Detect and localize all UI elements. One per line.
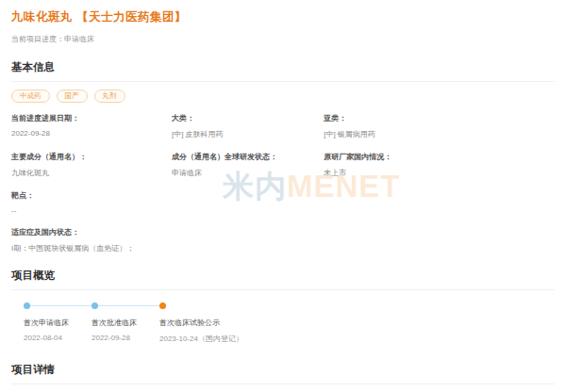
tag-dosage-form: 丸剂 <box>94 90 125 103</box>
tab-market-application[interactable]: 申请上市 <box>125 387 160 392</box>
field-value: 未上市 <box>324 168 555 178</box>
field-label: 原研厂家国内情况： <box>324 152 555 162</box>
field-label: 大类： <box>172 113 324 123</box>
timeline-dot-icon <box>159 302 166 309</box>
field-value: 申请临床 <box>172 168 324 178</box>
field-label: 当前进度进展日期： <box>11 113 172 123</box>
milestone-label: 首次申请临床 <box>24 318 69 328</box>
field-main-ingredient: 主要成分（通用名）： 九味化斑丸 <box>11 152 172 178</box>
field-indication-status: 适应症及国内状态： I期：中国斑块状银屑病（血热证）； <box>11 227 555 253</box>
field-major-class: 大类： [中] 皮肤科用药 <box>172 113 324 139</box>
field-value: 九味化斑丸 <box>11 168 172 178</box>
drug-project-page: 九味化斑丸 【天士力医药集团】 当前项目进度：申请临床 基本信息 中成药 国产 … <box>0 0 566 392</box>
tab-clinical-application[interactable]: 申请临床 <box>11 387 47 392</box>
milestone-timeline: 首次申请临床 2022-08-04 首次批准临床 2022-09-28 首次临床… <box>11 302 555 350</box>
field-value: 2022-09-28 <box>11 129 172 138</box>
field-label: 靶点： <box>11 190 555 201</box>
basic-info-heading: 基本信息 <box>11 60 555 82</box>
timeline-dot-icon <box>24 302 30 309</box>
field-value: -- <box>11 206 555 215</box>
project-overview-heading: 项目概览 <box>11 269 555 290</box>
field-value: I期：中国斑块状银屑病（血热证）； <box>11 243 555 253</box>
field-label: 主要成分（通用名）： <box>11 152 172 162</box>
field-value: [中] 银屑病用药 <box>324 129 555 139</box>
drug-attribute-tags: 中成药 国产 丸剂 <box>11 90 555 103</box>
milestone-first-clinical-application: 首次申请临床 2022-08-04 <box>24 302 69 342</box>
field-label: 亚类： <box>324 113 555 123</box>
field-global-status: 成分（通用名）全球研发状态： 申请临床 <box>172 152 324 178</box>
current-progress-label: 当前项目进度： <box>11 35 64 43</box>
field-progress-date: 当前进度进展日期： 2022-09-28 <box>11 113 172 139</box>
tag-origin: 国产 <box>57 90 88 103</box>
field-sub-class: 亚类： [中] 银屑病用药 <box>324 113 555 139</box>
field-target: 靶点： -- <box>11 190 555 215</box>
milestone-date: 2023-10-24（国内登记） <box>159 334 243 344</box>
milestone-date: 2022-09-28 <box>92 334 137 342</box>
milestone-label: 首次批准临床 <box>92 318 137 328</box>
current-progress-value: 申请临床 <box>64 35 94 43</box>
milestone-date: 2022-08-04 <box>24 334 69 342</box>
current-progress: 当前项目进度：申请临床 <box>11 34 555 44</box>
tag-drug-category: 中成药 <box>11 90 50 103</box>
field-label: 适应症及国内状态： <box>11 227 555 237</box>
milestone-first-trial-publicity: 首次临床试验公示 2023-10-24（国内登记） <box>159 302 243 344</box>
timeline-dot-icon <box>92 302 98 309</box>
field-label: 成分（通用名）全球研发状态： <box>172 152 324 162</box>
field-originator-status: 原研厂家国内情况： 未上市 <box>324 152 555 178</box>
basic-info-grid: 当前进度进展日期： 2022-09-28 大类： [中] 皮肤科用药 亚类： [… <box>11 113 555 178</box>
milestone-label: 首次临床试验公示 <box>159 318 243 328</box>
page-title: 九味化斑丸 【天士力医药集团】 <box>11 9 555 25</box>
tab-market-approval[interactable]: 上市批文 <box>181 387 217 392</box>
milestone-first-clinical-approval: 首次批准临床 2022-09-28 <box>92 302 137 342</box>
project-details-heading: 项目详情 <box>11 363 555 384</box>
details-tabs: 申请临床 临床试验 申请上市 上市批文 <box>11 387 555 392</box>
tab-clinical-trial[interactable]: 临床试验 <box>68 387 104 392</box>
field-value: [中] 皮肤科用药 <box>172 129 324 139</box>
